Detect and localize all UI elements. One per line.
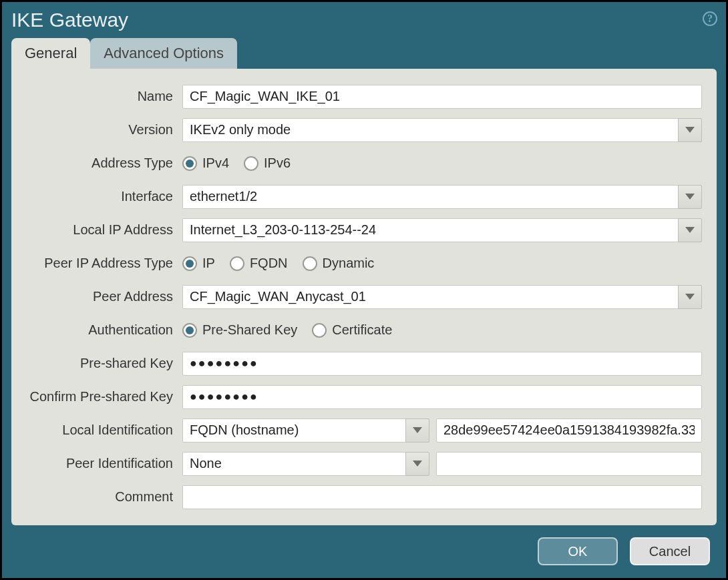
svg-marker-5 — [685, 294, 695, 300]
label-local-ip: Local IP Address — [26, 222, 182, 238]
local-id-type-value[interactable] — [182, 418, 429, 443]
peer-id-type-select[interactable] — [182, 452, 429, 476]
chevron-down-icon[interactable] — [678, 218, 702, 242]
svg-marker-3 — [685, 194, 695, 200]
label-local-id: Local Identification — [26, 422, 182, 438]
svg-text:?: ? — [707, 13, 713, 24]
version-select[interactable] — [182, 118, 702, 142]
radio-icon — [182, 256, 197, 271]
help-icon[interactable]: ? — [702, 9, 718, 25]
cancel-button[interactable]: Cancel — [630, 537, 710, 565]
label-name: Name — [26, 89, 182, 104]
radio-icon — [182, 323, 197, 338]
label-version: Version — [26, 122, 182, 137]
radio-label-ipv4: IPv4 — [202, 156, 229, 171]
psk-input[interactable] — [182, 352, 702, 376]
local-id-value-input[interactable] — [436, 418, 702, 443]
dialog-title: IKE Gateway — [11, 9, 128, 31]
label-interface: Interface — [26, 189, 182, 204]
radio-label-ip: IP — [202, 256, 215, 271]
radio-label-fqdn: FQDN — [250, 256, 288, 271]
peer-address-select-value[interactable] — [182, 285, 702, 309]
radio-icon — [303, 256, 317, 271]
label-psk-confirm: Confirm Pre-shared Key — [26, 389, 182, 404]
radio-icon — [312, 323, 327, 338]
radio-label-ipv6: IPv6 — [264, 156, 291, 171]
chevron-down-icon[interactable] — [678, 285, 702, 309]
tab-advanced-options[interactable]: Advanced Options — [90, 38, 237, 69]
tab-general[interactable]: General — [11, 38, 90, 69]
general-panel: Name Version Address Type IP — [11, 69, 717, 525]
peer-id-type-value[interactable] — [182, 452, 429, 476]
label-psk: Pre-shared Key — [26, 356, 182, 371]
name-input[interactable] — [182, 85, 702, 109]
peer-address-select[interactable] — [182, 285, 702, 309]
psk-confirm-input[interactable] — [182, 385, 702, 409]
button-bar: OK Cancel — [2, 525, 726, 578]
tab-bar: General Advanced Options — [2, 38, 726, 69]
interface-select-value[interactable] — [182, 185, 702, 209]
titlebar: IKE Gateway ? — [2, 2, 726, 38]
label-comment: Comment — [26, 489, 182, 505]
label-peer-ip-type: Peer IP Address Type — [26, 256, 182, 271]
radio-auth-cert[interactable]: Certificate — [312, 322, 392, 338]
label-authentication: Authentication — [26, 322, 182, 338]
label-address-type: Address Type — [26, 156, 182, 171]
local-ip-select-value[interactable] — [182, 218, 702, 242]
radio-peer-ip[interactable]: IP — [182, 256, 215, 271]
ike-gateway-dialog: IKE Gateway ? General Advanced Options N… — [0, 0, 728, 580]
local-ip-select[interactable] — [182, 218, 702, 242]
local-id-type-select[interactable] — [182, 418, 429, 443]
radio-icon — [230, 256, 244, 271]
svg-marker-6 — [413, 427, 422, 433]
chevron-down-icon[interactable] — [678, 118, 702, 142]
svg-marker-4 — [685, 227, 695, 233]
peer-id-value-input[interactable] — [436, 452, 702, 476]
address-type-radio-group: IPv4 IPv6 — [182, 156, 702, 171]
ok-button[interactable]: OK — [538, 537, 618, 565]
radio-peer-dynamic[interactable]: Dynamic — [303, 256, 375, 271]
radio-ipv6[interactable]: IPv6 — [244, 156, 291, 171]
radio-label-cert: Certificate — [332, 322, 392, 338]
chevron-down-icon[interactable] — [678, 185, 702, 209]
radio-icon — [244, 156, 258, 171]
interface-select[interactable] — [182, 185, 702, 209]
svg-marker-7 — [413, 461, 422, 467]
peer-ip-type-radio-group: IP FQDN Dynamic — [182, 256, 702, 271]
comment-input[interactable] — [182, 485, 702, 509]
radio-label-dynamic: Dynamic — [323, 256, 375, 271]
label-peer-id: Peer Identification — [26, 456, 182, 471]
label-peer-address: Peer Address — [26, 289, 182, 304]
version-select-value[interactable] — [182, 118, 702, 142]
authentication-radio-group: Pre-Shared Key Certificate — [182, 322, 702, 338]
chevron-down-icon[interactable] — [405, 452, 429, 476]
radio-peer-fqdn[interactable]: FQDN — [230, 256, 288, 271]
svg-marker-2 — [685, 127, 695, 133]
radio-auth-psk[interactable]: Pre-Shared Key — [182, 322, 297, 338]
radio-icon — [182, 156, 197, 171]
chevron-down-icon[interactable] — [405, 418, 429, 443]
radio-label-psk: Pre-Shared Key — [202, 322, 297, 338]
radio-ipv4[interactable]: IPv4 — [182, 156, 229, 171]
